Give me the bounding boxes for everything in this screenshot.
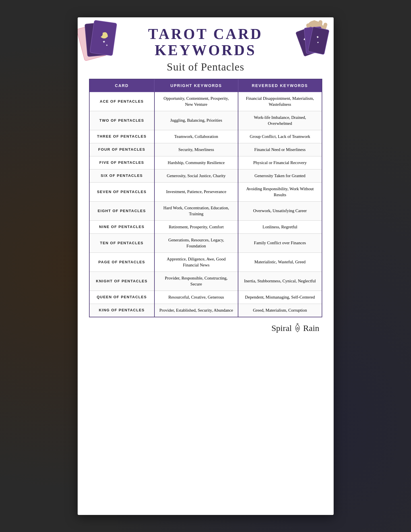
table-row: FOUR OF PENTACLESSecurity, MiserlinessFi… (89, 143, 322, 156)
reversed-keywords-cell: Financial Disappointment, Materialism, W… (238, 92, 322, 111)
spiral-icon (292, 323, 303, 333)
reversed-keywords-cell: Overwork, Unsatisfying Career (238, 201, 322, 220)
reversed-keywords-cell: Dependent, Mismanaging, Self-Centered (238, 291, 322, 304)
upright-keywords-cell: Resourceful, Creative, Generous (154, 291, 238, 304)
reversed-keywords-cell: Greed, Materialism, Corruption (238, 304, 322, 317)
table-row: TWO OF PENTACLESJuggling, Balancing, Pri… (89, 111, 322, 130)
table-header-row: CARD UPRIGHT KEYWORDS REVERSED KEYWORDS (89, 79, 322, 92)
reversed-keywords-cell: Family Conflict over Finances (238, 233, 322, 252)
card-name-cell: ACE OF PENTACLES (89, 92, 154, 111)
reversed-keywords-cell: Generosity Taken for Granted (238, 169, 322, 182)
card-name-cell: SEVEN OF PENTACLES (89, 182, 154, 201)
upright-keywords-cell: Security, Miserliness (154, 143, 238, 156)
card-name-cell: TEN OF PENTACLES (89, 233, 154, 252)
table-row: QUEEN OF PENTACLESResourceful, Creative,… (89, 291, 322, 304)
reversed-keywords-cell: Inertia, Stubbornness, Cynical, Neglectf… (238, 272, 322, 291)
reversed-keywords-cell: Lonliness, Regretful (238, 220, 322, 233)
upright-keywords-cell: Retirement, Prosperity, Comfort (154, 220, 238, 233)
reversed-keywords-cell: Avoiding Responsibility, Work Without Re… (238, 182, 322, 201)
card-name-cell: SIX OF PENTACLES (89, 169, 154, 182)
card-name-cell: PAGE OF PENTACLES (89, 252, 154, 272)
table-row: KING OF PENTACLESProvider, Established, … (89, 304, 322, 317)
corner-decoration-right: ✦ ✦ ✦ ✦ ✦ ✦ (271, 17, 334, 74)
svg-text:✦: ✦ (106, 44, 108, 47)
page-header: ✦ ✦ ✦ ✦ ✦ ✦ ✦ ✦ ✦ ✦ (78, 17, 334, 79)
upright-keywords-cell: Investment, Patience, Perseverance (154, 182, 238, 201)
upright-keywords-cell: Hardship, Community Resilience (154, 156, 238, 169)
card-name-cell: FOUR OF PENTACLES (89, 143, 154, 156)
upright-keywords-cell: Generations, Resources, Legacy, Foundati… (154, 233, 238, 252)
upright-keywords-cell: Provider, Responsible, Constructing, Sec… (154, 272, 238, 291)
upright-keywords-cell: Hard Work, Concentration, Education, Tra… (154, 201, 238, 220)
svg-text:✦: ✦ (102, 39, 106, 44)
table-row: SIX OF PENTACLESGenerosity, Social Justi… (89, 169, 322, 182)
card-name-cell: TWO OF PENTACLES (89, 111, 154, 130)
logo-text-before: Spiral (271, 323, 292, 333)
card-name-cell: THREE OF PENTACLES (89, 130, 154, 143)
card-name-cell: QUEEN OF PENTACLES (89, 291, 154, 304)
svg-point-22 (296, 328, 298, 330)
svg-point-24 (296, 324, 297, 324)
table-row: EIGHT OF PENTACLESHard Work, Concentrati… (89, 201, 322, 220)
reversed-keywords-cell: Group Conflict, Lack of Teamwork (238, 130, 322, 143)
reversed-keywords-cell: Financial Need or Miserliness (238, 143, 322, 156)
brand-logo: Spiral Rain (271, 323, 319, 333)
reversed-keywords-cell: Work-life Imbalance, Drained, Overwhelme… (238, 111, 322, 130)
reversed-keywords-cell: Materialistic, Wasteful, Greed (238, 252, 322, 272)
table-row: PAGE OF PENTACLESApprentice, Diligence, … (89, 252, 322, 272)
corner-decoration-left: ✦ ✦ ✦ ✦ ✦ (78, 17, 135, 74)
reversed-keywords-cell: Physical or Financial Recovery (238, 156, 322, 169)
table-row: SEVEN OF PENTACLESInvestment, Patience, … (89, 182, 322, 201)
card-name-cell: KNIGHT OF PENTACLES (89, 272, 154, 291)
svg-point-23 (297, 323, 298, 324)
upright-keywords-cell: Opportunity, Contentment, Prosperity, Ne… (154, 92, 238, 111)
logo-text-after: Rain (303, 323, 319, 333)
upright-keywords-cell: Provider, Established, Security, Abundan… (154, 304, 238, 317)
header-card: CARD (89, 79, 154, 92)
card-name-cell: FIVE OF PENTACLES (89, 156, 154, 169)
table-row: KNIGHT OF PENTACLESProvider, Responsible… (89, 272, 322, 291)
keywords-table: CARD UPRIGHT KEYWORDS REVERSED KEYWORDS … (89, 79, 322, 317)
card-name-cell: NINE OF PENTACLES (89, 220, 154, 233)
table-row: TEN OF PENTACLESGenerations, Resources, … (89, 233, 322, 252)
table-row: THREE OF PENTACLESTeamwork, Collaboratio… (89, 130, 322, 143)
table-row: ACE OF PENTACLESOpportunity, Contentment… (89, 92, 322, 111)
header-upright: UPRIGHT KEYWORDS (154, 79, 238, 92)
footer-logo: Spiral Rain (78, 317, 334, 336)
card-name-cell: EIGHT OF PENTACLES (89, 201, 154, 220)
upright-keywords-cell: Juggling, Balancing, Priorities (154, 111, 238, 130)
upright-keywords-cell: Apprentice, Diligence, Awe, Good Financi… (154, 252, 238, 272)
upright-keywords-cell: Teamwork, Collaboration (154, 130, 238, 143)
table-row: FIVE OF PENTACLESHardship, Community Res… (89, 156, 322, 169)
card-name-cell: KING OF PENTACLES (89, 304, 154, 317)
main-content-card: ✦ ✦ ✦ ✦ ✦ ✦ ✦ ✦ ✦ ✦ (78, 17, 334, 515)
svg-point-25 (298, 324, 299, 324)
upright-keywords-cell: Generosity, Social Justice, Charity (154, 169, 238, 182)
table-row: NINE OF PENTACLESRetirement, Prosperity,… (89, 220, 322, 233)
header-reversed: REVERSED KEYWORDS (238, 79, 322, 92)
